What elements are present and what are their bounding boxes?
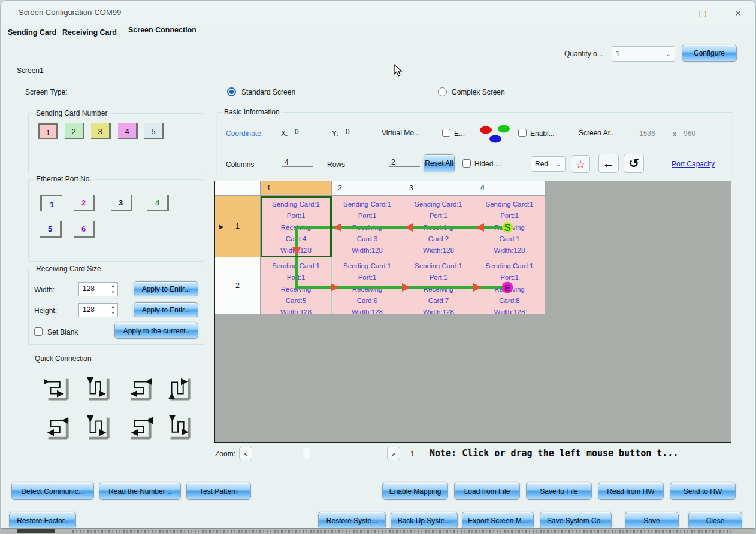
apply-current-button[interactable]: Apply to the current.. <box>114 323 198 339</box>
detect-communication-button[interactable]: Detect Communic... <box>11 483 94 500</box>
standard-screen-radio[interactable] <box>227 87 236 96</box>
save-to-file-button[interactable]: Save to File <box>526 483 592 500</box>
ethernet-port-5-button[interactable]: 5 <box>40 221 62 238</box>
sending-card-4-button[interactable]: 4 <box>118 123 138 139</box>
grid-cell-r2c1[interactable]: Sending Card:1Port:1ReceivingCard:5Width… <box>261 257 332 314</box>
cell-line: Card:4 <box>261 233 331 245</box>
export-screen-button[interactable]: Export Screen M... <box>462 512 534 529</box>
cell-line: Width:128 <box>332 307 403 318</box>
grid-cell-r2c3[interactable]: Sending Card:1Port:1ReceivingCard:7Width… <box>403 257 474 314</box>
cell-line: Port:1 <box>261 210 331 222</box>
sending-card-3-button[interactable]: 3 <box>91 123 111 139</box>
connection-grid[interactable]: 1 2 3 4 ▶ 1 2 Sending Card:1Port:1Receiv… <box>214 181 731 443</box>
undo-icon[interactable]: ↺ <box>624 154 644 173</box>
save-system-config-button[interactable]: Save System Co.. <box>540 512 612 529</box>
x-label: X: <box>281 129 288 138</box>
restore-factory-button[interactable]: Restore Factor.. <box>9 512 76 529</box>
ethernet-port-2-button[interactable]: 2 <box>74 195 95 211</box>
save-button[interactable]: Save <box>625 512 679 529</box>
cell-line: Card:7 <box>403 295 474 307</box>
quick-pattern-5-icon[interactable] <box>44 415 70 441</box>
screen-area-x: x <box>673 130 676 138</box>
restore-system-button[interactable]: Restore Syste... <box>318 512 386 529</box>
ethernet-port-3-button[interactable]: 3 <box>111 195 132 211</box>
enable-checkbox[interactable] <box>518 129 527 137</box>
ethernet-port-4-button[interactable]: 4 <box>147 195 169 211</box>
virtual-mode-label: Virtual Mo... <box>382 129 420 137</box>
columns-input[interactable]: 4 <box>282 158 313 167</box>
send-to-hw-button[interactable]: Send to HW <box>670 483 736 500</box>
quantity-label: Quantity o... <box>564 50 603 58</box>
maximize-icon[interactable]: ▢ <box>691 5 715 21</box>
grid-cell-r1c3[interactable]: Sending Card:1Port:1ReceivingCard:2Width… <box>403 196 474 257</box>
cell-line: Sending Card:1 <box>261 199 331 210</box>
tab-sending-card[interactable]: Sending Card <box>8 28 56 37</box>
zoom-out-button[interactable]: < <box>239 447 252 460</box>
read-from-hw-button[interactable]: Read from HW <box>598 483 664 500</box>
grid-col-header-2: 2 <box>332 181 403 196</box>
sending-card-1-button[interactable]: 1 <box>38 123 58 139</box>
tab-receiving-card[interactable]: Receiving Card <box>62 28 117 37</box>
coordinate-label: Coordinate: <box>226 129 263 138</box>
cell-line: Card:5 <box>261 295 331 307</box>
quantity-select[interactable]: 1 ⌄ <box>612 46 675 62</box>
cell-line: Receiving <box>474 284 545 295</box>
apply-width-button[interactable]: Apply to Entir... <box>134 281 198 296</box>
set-blank-checkbox[interactable] <box>34 327 43 336</box>
grid-cell-r1c4[interactable]: Sending Card:1Port:1ReceivingCard:1Width… <box>474 196 545 257</box>
star-icon[interactable]: ☆ <box>571 155 590 173</box>
ethernet-port-6-button[interactable]: 6 <box>74 221 95 238</box>
hided-label: Hided ... <box>474 160 501 168</box>
backup-system-button[interactable]: Back Up Syste... <box>391 512 458 529</box>
grid-cell-r1c2[interactable]: Sending Card:1Port:1ReceivingCard:3Width… <box>332 196 403 257</box>
spin-down-icon[interactable]: ▼ <box>108 310 117 317</box>
quick-pattern-3-icon[interactable] <box>126 376 153 402</box>
quick-pattern-1-icon[interactable] <box>44 376 70 402</box>
test-pattern-button[interactable]: Test Pattern <box>186 483 251 500</box>
back-arrow-icon[interactable]: ← <box>598 154 619 173</box>
quick-pattern-6-icon[interactable] <box>84 415 111 441</box>
tab-screen-connection[interactable]: Screen Connection <box>128 26 196 34</box>
virtual-mode-checkbox[interactable] <box>442 129 450 137</box>
zoom-slider[interactable] <box>303 447 310 460</box>
complex-screen-radio[interactable] <box>438 87 447 96</box>
y-input[interactable]: 0 <box>343 128 374 136</box>
hided-checkbox[interactable] <box>462 159 471 168</box>
quick-pattern-8-icon[interactable] <box>166 415 192 441</box>
row-marker-icon: ▶ <box>219 223 224 230</box>
sending-card-number-title: Sending Card Number <box>34 109 110 117</box>
sending-card-5-button[interactable]: 5 <box>144 123 164 139</box>
quick-pattern-2-icon[interactable] <box>84 376 111 402</box>
quick-pattern-7-icon[interactable] <box>126 415 153 441</box>
basic-information-title: Basic Information <box>222 108 282 116</box>
ethernet-port-1-button[interactable]: 1 <box>40 195 62 211</box>
load-from-file-button[interactable]: Load from File <box>454 483 520 500</box>
close-icon[interactable]: ✕ <box>726 5 750 21</box>
grid-cell-r2c4[interactable]: Sending Card:1Port:1ReceivingCard:8Width… <box>474 257 545 314</box>
cell-line: Receiving <box>403 222 474 233</box>
minimize-icon[interactable]: — <box>652 5 676 21</box>
grid-cell-r2c2[interactable]: Sending Card:1Port:1ReceivingCard:6Width… <box>332 257 403 314</box>
configure-button[interactable]: Configure <box>682 45 737 62</box>
spin-down-icon[interactable]: ▼ <box>108 289 117 296</box>
x-input[interactable]: 0 <box>292 128 323 136</box>
port-capacity-link[interactable]: Port Capacity <box>672 160 715 168</box>
reset-all-button[interactable]: Reset All <box>424 154 455 172</box>
close-button[interactable]: Close <box>688 512 742 529</box>
read-number-button[interactable]: Read the Number .. <box>99 483 181 500</box>
height-stepper[interactable]: 128 ▲▼ <box>78 303 118 317</box>
color-select[interactable]: Red ⌄ <box>531 156 566 172</box>
width-stepper[interactable]: 128 ▲▼ <box>78 282 118 296</box>
zoom-in-button[interactable]: > <box>387 447 400 460</box>
grid-cell-r1c1[interactable]: Sending Card:1Port:1ReceivingCard:4Width… <box>261 196 332 257</box>
apply-height-button[interactable]: Apply to Entir... <box>134 302 198 317</box>
spin-up-icon[interactable]: ▲ <box>108 283 117 289</box>
rows-input[interactable]: 2 <box>389 158 420 167</box>
enable-mapping-button[interactable]: Enable Mapping <box>382 483 448 500</box>
screen-type-label: Screen Type: <box>25 88 68 96</box>
sending-card-2-button[interactable]: 2 <box>65 123 84 139</box>
chevron-down-icon: ⌄ <box>666 50 671 58</box>
quick-pattern-4-icon[interactable] <box>166 376 192 402</box>
cell-line: Card:8 <box>474 295 545 307</box>
spin-up-icon[interactable]: ▲ <box>108 304 117 310</box>
